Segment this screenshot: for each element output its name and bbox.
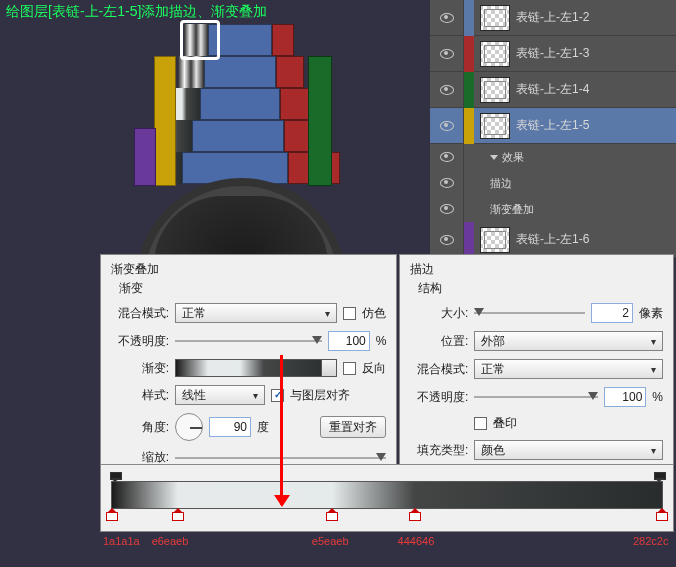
filltype-label: 填充类型: xyxy=(410,442,468,459)
opacity-unit: % xyxy=(376,334,387,348)
layer-color-strip xyxy=(464,222,474,258)
layer-thumbnail xyxy=(480,113,510,139)
visibility-toggle[interactable] xyxy=(430,0,464,36)
group-label: 结构 xyxy=(418,280,663,297)
gradient-stop[interactable] xyxy=(656,508,668,520)
size-slider[interactable] xyxy=(474,306,585,320)
opacity-input[interactable]: 100 xyxy=(328,331,370,351)
effect-row[interactable]: 渐变叠加 xyxy=(430,196,676,222)
group-label: 渐变 xyxy=(119,280,386,297)
stop-hex-label: e5eaeb xyxy=(312,535,349,547)
layer-name: 表链-上-左1-6 xyxy=(516,231,589,248)
layer-color-strip xyxy=(464,0,474,36)
position-select[interactable]: 外部▾ xyxy=(474,331,663,351)
blend-mode-select[interactable]: 正常▾ xyxy=(175,303,337,323)
style-select[interactable]: 线性▾ xyxy=(175,385,265,405)
visibility-toggle[interactable] xyxy=(430,196,464,222)
overprint-checkbox[interactable] xyxy=(474,417,487,430)
eye-icon xyxy=(440,235,454,245)
angle-label: 角度: xyxy=(111,419,169,436)
dither-label: 仿色 xyxy=(362,305,386,322)
size-unit: 像素 xyxy=(639,305,663,322)
eye-icon xyxy=(440,49,454,59)
effect-name: 渐变叠加 xyxy=(490,202,534,217)
gradient-stop[interactable] xyxy=(409,508,421,520)
layer-row[interactable]: 表链-上-左1-4 xyxy=(430,72,676,108)
reverse-checkbox[interactable] xyxy=(343,362,356,375)
filltype-select[interactable]: 颜色▾ xyxy=(474,440,663,460)
opacity-label: 不透明度: xyxy=(111,333,169,350)
chevron-down-icon: ▾ xyxy=(253,390,258,401)
layer-name: 表链-上-左1-3 xyxy=(516,45,589,62)
opacity-input[interactable]: 100 xyxy=(604,387,646,407)
stop-hex-label: e6eaeb xyxy=(152,535,189,547)
eye-icon xyxy=(440,85,454,95)
gradient-picker[interactable] xyxy=(175,359,337,377)
panel-title: 渐变叠加 xyxy=(111,261,386,278)
align-label: 与图层对齐 xyxy=(290,387,350,404)
size-input[interactable]: 2 xyxy=(591,303,633,323)
layer-name: 表链-上-左1-2 xyxy=(516,9,589,26)
chevron-down-icon: ▾ xyxy=(325,308,330,319)
gradient-stop[interactable] xyxy=(326,508,338,520)
layer-row[interactable]: 表链-上-左1-2 xyxy=(430,0,676,36)
visibility-toggle[interactable] xyxy=(430,36,464,72)
stop-hex-label: 282c2c xyxy=(633,535,668,547)
angle-unit: 度 xyxy=(257,419,269,436)
gradient-editor: 1a1a1ae6eaebe5eaeb444646282c2c xyxy=(100,464,674,532)
effect-row[interactable]: 效果 xyxy=(430,144,676,170)
angle-input[interactable]: 90 xyxy=(209,417,251,437)
layer-name: 表链-上-左1-5 xyxy=(516,117,589,134)
layer-thumbnail xyxy=(480,5,510,31)
triangle-down-icon xyxy=(490,155,498,160)
gradient-bar[interactable] xyxy=(111,481,663,509)
blend-mode-select[interactable]: 正常▾ xyxy=(474,359,663,379)
eye-icon xyxy=(440,178,454,188)
layer-row[interactable]: 表链-上-左1-3 xyxy=(430,36,676,72)
chevron-down-icon: ▾ xyxy=(651,336,656,347)
opacity-label: 不透明度: xyxy=(410,389,468,406)
layer-row[interactable]: 表链-上-左1-6 xyxy=(430,222,676,258)
blend-mode-label: 混合模式: xyxy=(111,305,169,322)
dither-checkbox[interactable] xyxy=(343,307,356,320)
reverse-label: 反向 xyxy=(362,360,386,377)
opacity-slider[interactable] xyxy=(474,390,598,404)
eye-icon xyxy=(440,121,454,131)
layer-thumbnail xyxy=(480,227,510,253)
opacity-unit: % xyxy=(652,390,663,404)
eye-icon xyxy=(440,152,454,162)
layer-color-strip xyxy=(464,36,474,72)
layer-name: 表链-上-左1-4 xyxy=(516,81,589,98)
layers-panel: 表链-上-左1-2表链-上-左1-3表链-上-左1-4表链-上-左1-5效果描边… xyxy=(430,0,676,258)
chevron-down-icon: ▾ xyxy=(651,364,656,375)
gradient-stop[interactable] xyxy=(172,508,184,520)
gradient-label: 渐变: xyxy=(111,360,169,377)
visibility-toggle[interactable] xyxy=(430,144,464,170)
position-label: 位置: xyxy=(410,333,468,350)
panel-title: 描边 xyxy=(410,261,663,278)
layer-color-strip xyxy=(464,72,474,108)
visibility-toggle[interactable] xyxy=(430,72,464,108)
gradient-stop[interactable] xyxy=(106,508,118,520)
blend-mode-label: 混合模式: xyxy=(410,361,468,378)
angle-dial[interactable] xyxy=(175,413,203,441)
style-label: 样式: xyxy=(111,387,169,404)
visibility-toggle[interactable] xyxy=(430,222,464,258)
eye-icon xyxy=(440,204,454,214)
reset-align-button[interactable]: 重置对齐 xyxy=(320,416,386,438)
highlight-box xyxy=(180,20,220,60)
stop-hex-label: 444646 xyxy=(398,535,435,547)
layer-color-strip xyxy=(464,108,474,144)
visibility-toggle[interactable] xyxy=(430,170,464,196)
effect-row[interactable]: 描边 xyxy=(430,170,676,196)
layer-row[interactable]: 表链-上-左1-5 xyxy=(430,108,676,144)
watch-preview xyxy=(80,16,400,241)
chevron-down-icon: ▾ xyxy=(651,445,656,456)
stop-hex-label: 1a1a1a xyxy=(103,535,140,547)
effect-name: 效果 xyxy=(502,150,524,165)
opacity-slider[interactable] xyxy=(175,334,322,348)
size-label: 大小: xyxy=(410,305,468,322)
visibility-toggle[interactable] xyxy=(430,108,464,144)
overprint-label: 叠印 xyxy=(493,415,517,432)
effect-name: 描边 xyxy=(490,176,512,191)
